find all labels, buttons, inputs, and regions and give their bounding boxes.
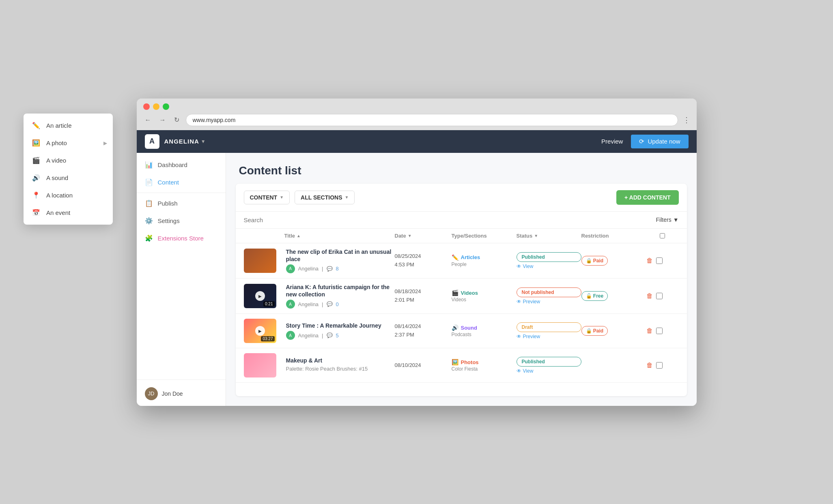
sections-filter-button[interactable]: ALL SECTIONS ▼	[295, 191, 355, 204]
row-checkbox-1[interactable]	[656, 257, 663, 264]
sidebar-item-content[interactable]: 📄 Content	[137, 174, 226, 191]
type-section-2: Videos	[452, 297, 517, 302]
traffic-lights	[143, 103, 690, 110]
preview-link-3[interactable]: 👁 Preview	[517, 334, 581, 339]
thumb-cell-4	[244, 353, 284, 377]
browser-toolbar: ← → ↻ ⋮	[143, 114, 690, 130]
select-all-checkbox[interactable]	[660, 233, 665, 239]
brand-name: ANGELINA	[164, 138, 199, 145]
maximize-button[interactable]	[163, 103, 169, 110]
content-filter-label: CONTENT	[250, 194, 278, 201]
view-link-4[interactable]: 👁 View	[517, 368, 581, 374]
user-avatar: JD	[145, 387, 158, 400]
delete-button-2[interactable]: 🗑	[646, 292, 653, 300]
date-cell-1: 08/25/2024 4:53 PM	[395, 252, 452, 269]
delete-button-4[interactable]: 🗑	[646, 362, 653, 369]
type-text-4: Photos	[461, 359, 479, 365]
view-label-1: View	[523, 264, 534, 269]
brand-icon: A	[145, 134, 159, 149]
comment-count-1[interactable]: 8	[336, 266, 339, 272]
thumbnail-1[interactable]	[244, 249, 276, 273]
restriction-badge-1: 🔒 Paid	[581, 256, 608, 266]
header-title[interactable]: Title ▲	[284, 233, 395, 239]
add-content-button[interactable]: + ADD CONTENT	[616, 190, 678, 205]
content-title-2[interactable]: Ariana K: A futuristic campaign for the …	[286, 283, 395, 298]
view-link-1[interactable]: 👁 View	[517, 264, 581, 269]
content-title-1[interactable]: The new clip of Erika Cat in an unusual …	[286, 248, 395, 263]
page-title: Content list	[226, 153, 697, 184]
brand-chevron-icon[interactable]: ▼	[201, 139, 206, 144]
refresh-icon: ⟳	[639, 138, 644, 145]
user-name: Jon Doe	[162, 390, 183, 397]
actions-cell-3: 🗑	[646, 327, 679, 335]
content-icon: 📄	[145, 178, 153, 186]
content-subtitle-4: Palette: Rosie Peach Brushes: #15	[286, 366, 395, 372]
sections-filter-label: ALL SECTIONS	[301, 194, 342, 201]
sidebar-item-dashboard[interactable]: 📊 Dashboard	[137, 156, 226, 174]
thumb-cell-1	[244, 249, 284, 273]
header-thumb	[244, 233, 284, 239]
restriction-cell-2: 🔓 Free	[581, 291, 646, 301]
author-avatar-1: A	[286, 264, 295, 273]
content-title-4[interactable]: Makeup & Art	[286, 357, 395, 364]
header-date[interactable]: Date ▼	[395, 233, 452, 239]
reload-button[interactable]: ↻	[172, 114, 181, 125]
content-info-3: Story Time : A Remarkable Journey A Ange…	[284, 322, 395, 340]
content-meta-2: A Angelina | 💬 0	[286, 300, 395, 309]
date-value-2: 08/18/2024	[395, 287, 452, 296]
address-bar[interactable]	[186, 114, 678, 126]
separator-1: |	[322, 266, 323, 272]
update-now-button[interactable]: ⟳ Update now	[631, 135, 688, 148]
table-row: ▶ 0:21 Ariana K: A futuristic campaign f…	[236, 279, 687, 314]
preview-label-2: Preview	[523, 299, 540, 305]
type-text-1: Articles	[461, 254, 480, 260]
sidebar-item-publish[interactable]: 📋 Publish	[137, 195, 226, 212]
actions-cell-1: 🗑	[646, 257, 679, 264]
filters-chevron-icon: ▼	[673, 217, 679, 223]
search-input[interactable]	[244, 217, 366, 223]
header-restriction: Restriction	[581, 233, 646, 239]
main-content: Content list CONTENT ▼ ALL SECTIONS ▼	[226, 153, 697, 406]
type-icon-2: 🎬	[452, 290, 458, 296]
sidebar: 📊 Dashboard 📄 Content 📋 Publish ⚙️ Setti…	[137, 153, 226, 406]
author-name-3: Angelina	[298, 332, 319, 339]
thumbnail-2[interactable]: ▶ 0:21	[244, 284, 276, 308]
comment-count-3[interactable]: 5	[336, 332, 339, 339]
browser-chrome: ← → ↻ ⋮	[137, 99, 697, 130]
row-checkbox-4[interactable]	[656, 362, 663, 369]
content-filter-button[interactable]: CONTENT ▼	[244, 191, 290, 204]
forward-button[interactable]: →	[158, 115, 168, 125]
minimize-button[interactable]	[153, 103, 159, 110]
row-checkbox-3[interactable]	[656, 328, 663, 334]
header-status[interactable]: Status ▼	[517, 233, 581, 239]
sidebar-item-extensions[interactable]: 🧩 Extensions Store	[137, 229, 226, 247]
filters-label-text: Filters	[656, 217, 672, 223]
user-item[interactable]: JD Jon Doe	[137, 382, 226, 406]
date-value-3: 08/14/2024	[395, 322, 452, 331]
filters-button[interactable]: Filters ▼	[656, 217, 679, 223]
sidebar-item-settings[interactable]: ⚙️ Settings	[137, 212, 226, 229]
play-icon-2: ▶	[255, 291, 265, 301]
row-checkbox-2[interactable]	[656, 293, 663, 299]
delete-button-1[interactable]: 🗑	[646, 257, 653, 264]
thumbnail-3[interactable]: ▶ 03:27	[244, 319, 276, 343]
table-row: The new clip of Erika Cat in an unusual …	[236, 243, 687, 279]
thumbnail-4[interactable]	[244, 353, 276, 377]
comment-count-2[interactable]: 0	[336, 301, 339, 307]
content-title-3[interactable]: Story Time : A Remarkable Journey	[286, 322, 395, 329]
type-section-1: People	[452, 262, 517, 267]
preview-link-2[interactable]: 👁 Preview	[517, 299, 581, 305]
back-button[interactable]: ←	[143, 115, 153, 125]
date-cell-2: 08/18/2024 2:01 PM	[395, 287, 452, 305]
restriction-cell-3: 🔒 Paid	[581, 326, 646, 336]
view-label-4: View	[523, 368, 534, 374]
date-value-1: 08/25/2024	[395, 252, 452, 261]
author-name-1: Angelina	[298, 266, 319, 272]
app-body: 📊 Dashboard 📄 Content 📋 Publish ⚙️ Setti…	[137, 153, 697, 406]
browser-menu-icon[interactable]: ⋮	[683, 116, 690, 124]
delete-button-3[interactable]: 🗑	[646, 327, 653, 335]
status-cell-4: Published 👁 View	[517, 357, 581, 374]
date-cell-3: 08/14/2024 2:37 PM	[395, 322, 452, 339]
preview-button[interactable]: Preview	[593, 135, 631, 148]
close-button[interactable]	[143, 103, 150, 110]
